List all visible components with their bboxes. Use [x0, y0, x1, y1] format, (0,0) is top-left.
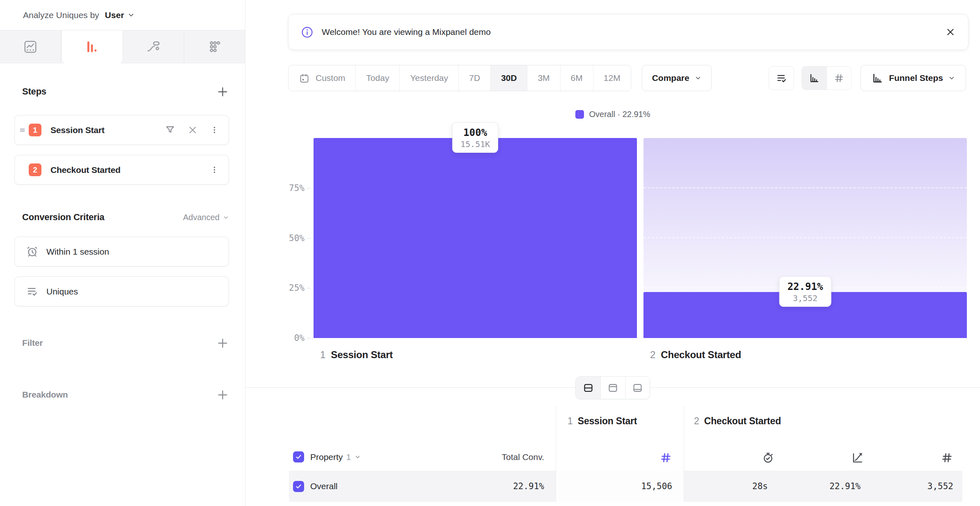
funnel-bar-converted[interactable] [314, 138, 637, 338]
filter-title: Filter [22, 338, 43, 348]
layout-table-only-icon[interactable] [625, 377, 650, 399]
uniques-metric-button[interactable] [769, 66, 794, 90]
view-selector-label: Funnel Steps [889, 73, 943, 83]
range-yesterday[interactable]: Yesterday [399, 65, 458, 91]
table-header: Property 1 Total Conv. 1 Session Start [289, 406, 962, 471]
tab-funnels[interactable] [61, 30, 123, 63]
bar-value-tooltip: 22.91% 3,552 [779, 276, 831, 307]
funnel-chart: 75% 50% 25% 0% 100% 15.51K [288, 138, 967, 361]
step-event-label[interactable]: Checkout Started [50, 165, 121, 175]
group-label: Session Start [578, 416, 637, 427]
conversion-window-label: Within 1 session [46, 247, 109, 257]
range-7d[interactable]: 7D [458, 65, 490, 91]
report-main: Welcome! You are viewing a Mixpanel demo… [245, 0, 980, 506]
step-kebab-menu-icon[interactable] [209, 125, 220, 135]
property-index: 1 [346, 452, 351, 462]
analyze-by-selector[interactable]: User [105, 10, 135, 20]
session-start-count: 15,506 [641, 481, 672, 491]
conversion-window-card[interactable]: Within 1 session [14, 237, 229, 267]
step-event-label[interactable]: Session Start [50, 125, 105, 135]
add-step-button[interactable] [216, 85, 229, 98]
compare-label: Compare [652, 73, 689, 83]
range-label: Custom [316, 73, 345, 83]
tab-retention[interactable] [184, 30, 245, 63]
banner-close-icon[interactable] [945, 27, 956, 37]
avg-time-metric-icon[interactable] [694, 451, 783, 464]
table-row-overall[interactable]: Overall 22.91% 15,506 28s 22.91% 3,552 [289, 471, 962, 502]
hash-metric-icon[interactable] [873, 451, 962, 464]
filter-section: Filter [0, 336, 245, 350]
range-label: Today [366, 73, 389, 83]
total-conv-column-header[interactable]: Total Conv. [502, 452, 556, 462]
chart-table-divider [245, 387, 980, 388]
step-number: 2 [650, 349, 655, 361]
counting-method-label: Uniques [46, 287, 78, 297]
advanced-label: Advanced [183, 213, 220, 222]
tab-insights[interactable] [0, 30, 61, 63]
funnel-bar-checkout-started[interactable]: 22.91% 3,552 [643, 138, 967, 338]
range-30d[interactable]: 30D [490, 65, 527, 91]
step-remove-icon[interactable] [187, 124, 198, 136]
banner-message: Welcome! You are viewing a Mixpanel demo [322, 27, 491, 37]
drag-handle-icon[interactable] [18, 126, 29, 135]
row-total-conv: 22.91% [513, 481, 556, 491]
analyze-by-value: User [105, 10, 124, 20]
analyze-header: Analyze Uniques by User [0, 0, 245, 30]
value-display-toggle [801, 66, 852, 90]
bar-value-tooltip: 100% 15.51K [452, 122, 498, 153]
number-toggle[interactable] [827, 67, 851, 90]
funnel-plot-area: 75% 50% 25% 0% 100% 15.51K [314, 138, 967, 338]
checkout-count: 3,552 [927, 481, 953, 491]
row-checkbox[interactable] [293, 481, 304, 492]
x-axis-label-1: 1 Session Start [314, 349, 637, 361]
hash-metric-icon[interactable] [659, 451, 672, 464]
y-axis-tick: 25% [289, 283, 314, 293]
list-check-icon [26, 285, 39, 298]
conversion-criteria-title: Conversion Criteria [22, 212, 104, 223]
y-axis-tick: 50% [289, 233, 314, 244]
step-name: Checkout Started [661, 349, 741, 361]
group-number: 1 [568, 416, 573, 427]
funnel-bar-session-start[interactable]: 100% 15.51K [314, 138, 637, 338]
add-breakdown-button[interactable] [216, 389, 229, 401]
chart-view-selector[interactable]: Funnel Steps [861, 65, 966, 91]
x-axis-labels: 1 Session Start 2 Checkout Started [314, 349, 967, 361]
report-tab-strip [0, 30, 245, 63]
compare-button[interactable]: Compare [642, 65, 712, 91]
row-name: Overall [310, 481, 338, 491]
chevron-down-icon[interactable] [355, 454, 361, 460]
funnel-bars-icon [85, 39, 99, 54]
grid-line [643, 237, 967, 238]
select-all-checkbox[interactable] [293, 451, 304, 462]
step-card-1[interactable]: 1 Session Start [14, 115, 229, 145]
chevron-down-icon [695, 75, 701, 81]
analyze-by-label: Analyze Uniques by [23, 10, 99, 20]
range-label: 7D [469, 73, 480, 83]
y-axis-tick: 75% [289, 183, 314, 193]
chevron-down-icon [948, 75, 955, 81]
bar-chart-toggle[interactable] [802, 67, 827, 90]
chart-toolbar: Custom Today Yesterday 7D 30D 3M 6M 12M … [288, 65, 966, 91]
tab-flows[interactable] [123, 30, 184, 63]
steps-title: Steps [22, 86, 46, 97]
conversion-trend-metric-icon[interactable] [783, 451, 873, 464]
range-today[interactable]: Today [355, 65, 399, 91]
step-kebab-menu-icon[interactable] [209, 165, 220, 175]
panel-layout-toggle [575, 376, 650, 399]
range-6m[interactable]: 6M [560, 65, 593, 91]
layout-chart-only-icon[interactable] [600, 377, 625, 399]
y-axis-tick: 0% [294, 333, 314, 343]
layout-split-icon[interactable] [576, 377, 600, 399]
chevron-down-icon [128, 12, 135, 18]
range-12m[interactable]: 12M [593, 65, 631, 91]
step-card-2[interactable]: 2 Checkout Started [14, 155, 229, 185]
range-custom[interactable]: Custom [289, 65, 355, 91]
counting-method-card[interactable]: Uniques [14, 276, 229, 306]
range-label: 3M [538, 73, 550, 83]
range-3m[interactable]: 3M [527, 65, 560, 91]
property-column-header[interactable]: Property [310, 452, 343, 462]
advanced-dropdown[interactable]: Advanced [183, 213, 229, 222]
step-filter-icon[interactable] [164, 124, 176, 136]
range-label: Yesterday [410, 73, 448, 83]
add-filter-button[interactable] [216, 337, 229, 350]
